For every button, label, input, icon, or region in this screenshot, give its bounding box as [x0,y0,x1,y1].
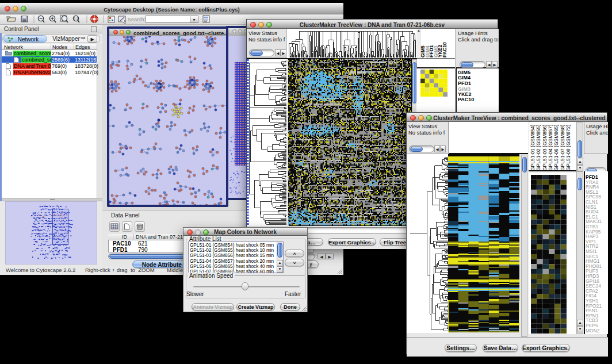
svg-text:1:1: 1:1 [74,17,78,20]
